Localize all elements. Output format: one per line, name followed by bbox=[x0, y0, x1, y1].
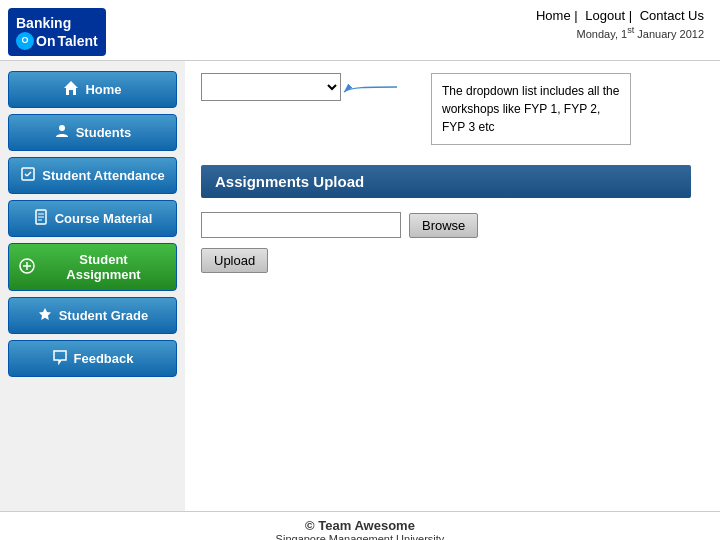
footer-line1: © Team Awesome bbox=[6, 518, 714, 533]
upload-button[interactable]: Upload bbox=[201, 248, 268, 273]
dropdown-area: FYP 1 FYP 2 FYP 3 bbox=[201, 73, 341, 101]
svg-marker-0 bbox=[64, 81, 78, 95]
sidebar-item-student-grade[interactable]: Student Grade bbox=[8, 297, 177, 334]
sidebar-item-student-assignment[interactable]: Student Assignment bbox=[8, 243, 177, 291]
sidebar-course-material-label: Course Material bbox=[55, 211, 153, 226]
top-row: FYP 1 FYP 2 FYP 3 The dropdown list i bbox=[201, 73, 704, 145]
header: Banking O OnTalent Home | Logout | Conta… bbox=[0, 0, 720, 61]
annotation-container: The dropdown list includes all the works… bbox=[401, 73, 631, 145]
sidebar-assignment-label: Student Assignment bbox=[41, 252, 166, 282]
grade-icon bbox=[37, 306, 53, 325]
sidebar-grade-label: Student Grade bbox=[59, 308, 149, 323]
nav-sep1: | bbox=[574, 8, 581, 23]
sidebar-item-course-material[interactable]: Course Material bbox=[8, 200, 177, 237]
date-display: Monday, 1st January 2012 bbox=[532, 25, 704, 40]
assignments-section: Assignments Upload Browse Upload bbox=[201, 165, 704, 273]
sidebar-home-label: Home bbox=[85, 82, 121, 97]
nav-links: Home | Logout | Contact Us bbox=[532, 8, 704, 23]
nav-sep2: | bbox=[629, 8, 632, 23]
assignments-header-text: Assignments Upload bbox=[215, 173, 364, 190]
svg-line-4 bbox=[27, 172, 31, 176]
students-icon bbox=[54, 123, 70, 142]
browse-button[interactable]: Browse bbox=[409, 213, 478, 238]
footer: © Team Awesome Singapore Management Univ… bbox=[0, 511, 720, 540]
sidebar-item-student-attendance[interactable]: Student Attendance bbox=[8, 157, 177, 194]
main-layout: Home Students Student Attendance Course … bbox=[0, 61, 720, 511]
contact-link[interactable]: Contact Us bbox=[640, 8, 704, 23]
home-link[interactable]: Home bbox=[536, 8, 571, 23]
logout-link[interactable]: Logout bbox=[585, 8, 625, 23]
sidebar-item-home[interactable]: Home bbox=[8, 71, 177, 108]
footer-line2: Singapore Management University bbox=[6, 533, 714, 540]
assignments-upload-header: Assignments Upload bbox=[201, 165, 691, 198]
content-area: FYP 1 FYP 2 FYP 3 The dropdown list i bbox=[185, 61, 720, 511]
annotation-arrow-icon bbox=[339, 77, 399, 107]
date-rest: January 2012 bbox=[634, 28, 704, 40]
logo-area: Banking O OnTalent bbox=[8, 8, 106, 56]
sidebar-attendance-label: Student Attendance bbox=[42, 168, 164, 183]
upload-row: Browse bbox=[201, 212, 704, 238]
logo-circle-icon: O bbox=[16, 32, 34, 50]
course-material-icon bbox=[33, 209, 49, 228]
feedback-icon bbox=[52, 349, 68, 368]
logo: Banking O OnTalent bbox=[8, 8, 106, 56]
home-icon bbox=[63, 80, 79, 99]
workshop-dropdown[interactable]: FYP 1 FYP 2 FYP 3 bbox=[201, 73, 341, 101]
logo-banking: Banking bbox=[16, 14, 98, 32]
upload-btn-row: Upload bbox=[201, 248, 704, 273]
sidebar-item-feedback[interactable]: Feedback bbox=[8, 340, 177, 377]
svg-point-1 bbox=[59, 125, 65, 131]
sidebar: Home Students Student Attendance Course … bbox=[0, 61, 185, 511]
assignment-icon bbox=[19, 258, 35, 277]
annotation-text: The dropdown list includes all the works… bbox=[431, 73, 631, 145]
header-right: Home | Logout | Contact Us Monday, 1st J… bbox=[532, 8, 704, 40]
logo-on-talent: O OnTalent bbox=[16, 32, 98, 50]
annotation-content: The dropdown list includes all the works… bbox=[442, 84, 619, 134]
file-input[interactable] bbox=[201, 212, 401, 238]
date-text: Monday, 1 bbox=[577, 28, 628, 40]
logo-on-text: On bbox=[36, 32, 55, 50]
logo-talent-text: Talent bbox=[57, 32, 97, 50]
sidebar-feedback-label: Feedback bbox=[74, 351, 134, 366]
attendance-icon bbox=[20, 166, 36, 185]
sidebar-students-label: Students bbox=[76, 125, 132, 140]
sidebar-item-students[interactable]: Students bbox=[8, 114, 177, 151]
